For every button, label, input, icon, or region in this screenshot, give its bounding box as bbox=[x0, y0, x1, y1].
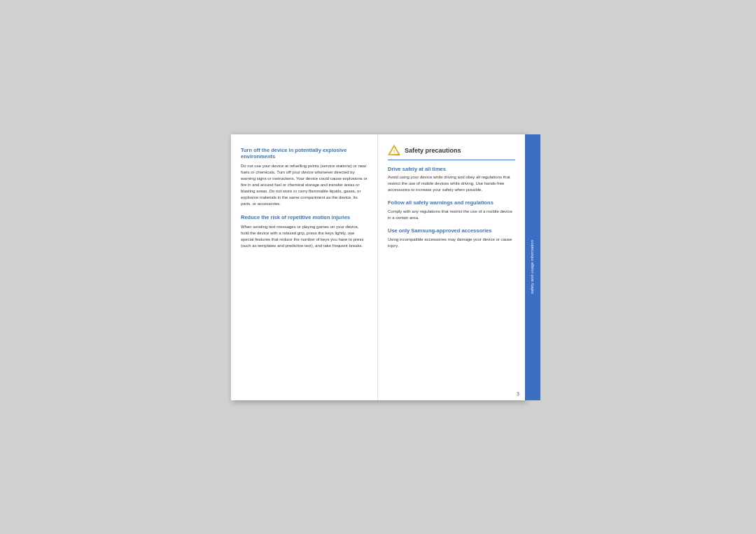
section-accessories: Use only Samsung-approved accessories Us… bbox=[388, 227, 515, 249]
svg-text:CAUTION: CAUTION bbox=[393, 154, 400, 155]
section-explosive-title: Turn off the device in potentially explo… bbox=[241, 147, 368, 161]
section-follow-title: Follow all safety warnings and regulatio… bbox=[388, 199, 515, 206]
section-explosive-body: Do not use your device at refuelling poi… bbox=[241, 163, 368, 207]
section-drive-title: Drive safely at all times bbox=[388, 166, 515, 173]
safety-header-title: Safety precautions bbox=[405, 147, 461, 154]
section-repetitive: Reduce the risk of repetitive motion inj… bbox=[241, 214, 368, 249]
section-repetitive-title: Reduce the risk of repetitive motion inj… bbox=[241, 214, 368, 221]
left-column: Turn off the device in potentially explo… bbox=[231, 134, 378, 400]
right-column: ! CAUTION Safety precautions Drive safel… bbox=[378, 134, 525, 400]
section-accessories-title: Use only Samsung-approved accessories bbox=[388, 227, 515, 234]
side-tab: safety and usage information bbox=[525, 134, 540, 400]
section-explosive: Turn off the device in potentially explo… bbox=[241, 147, 368, 208]
safety-header: ! CAUTION Safety precautions bbox=[388, 144, 515, 160]
page-container: Turn off the device in potentially explo… bbox=[231, 134, 525, 400]
section-follow: Follow all safety warnings and regulatio… bbox=[388, 199, 515, 221]
section-drive: Drive safely at all times Avoid using yo… bbox=[388, 166, 515, 194]
svg-text:!: ! bbox=[393, 148, 395, 153]
page-number: 3 bbox=[517, 391, 519, 396]
section-accessories-body: Using incompatible accessories may damag… bbox=[388, 237, 515, 249]
section-repetitive-body: When sending text messages or playing ga… bbox=[241, 224, 368, 249]
section-drive-body: Avoid using your device while driving an… bbox=[388, 174, 515, 193]
section-follow-body: Comply with any regulations that restric… bbox=[388, 209, 515, 221]
side-tab-text: safety and usage information bbox=[530, 240, 536, 294]
caution-triangle-icon: ! CAUTION bbox=[388, 144, 400, 157]
